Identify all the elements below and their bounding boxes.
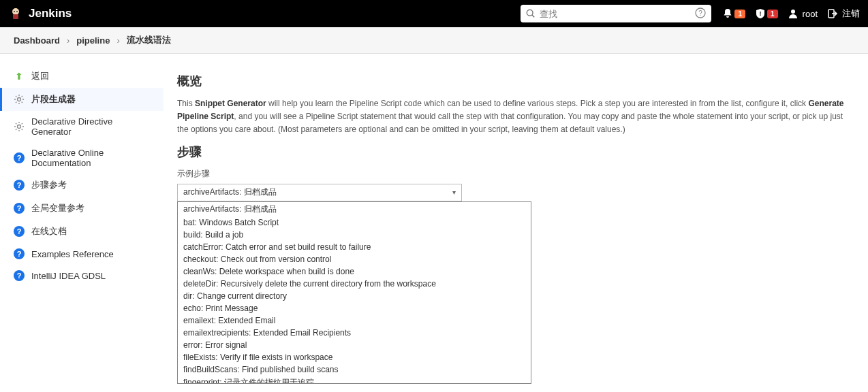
dropdown-option[interactable]: echo: Print Message <box>178 302 531 314</box>
sidebar-item-label: Declarative Directive Generator <box>31 116 150 137</box>
sidebar-item-label: 步骤参考 <box>31 179 67 191</box>
dropdown-option[interactable]: deleteDir: Recursively delete the curren… <box>178 278 531 290</box>
overview-heading: 概览 <box>177 73 849 89</box>
arrow-up-icon: ⬆ <box>14 71 25 82</box>
sample-step-dropdown[interactable]: archiveArtifacts: 归档成品bat: Windows Batch… <box>177 201 531 384</box>
user-icon <box>788 8 799 19</box>
dropdown-option[interactable]: error: Error signal <box>178 339 531 351</box>
svg-point-3 <box>16 11 18 12</box>
dropdown-option[interactable]: catchError: Catch error and set build re… <box>178 241 531 253</box>
logout-label: 注销 <box>842 7 860 20</box>
dropdown-option[interactable]: fingerprint: 记录文件的指纹用于追踪 <box>178 376 531 384</box>
svg-point-0 <box>12 8 19 15</box>
user-menu[interactable]: root <box>788 8 818 19</box>
svg-point-12 <box>18 125 21 129</box>
sidebar-item-2[interactable]: Declarative Directive Generator <box>0 111 164 142</box>
svg-text:?: ? <box>699 10 703 17</box>
dropdown-option[interactable]: cleanWs: Delete workspace when build is … <box>178 265 531 278</box>
help-icon: ? <box>14 180 25 191</box>
chevron-right-icon: › <box>117 35 119 46</box>
breadcrumb-item[interactable]: 流水线语法 <box>127 34 171 46</box>
svg-line-5 <box>533 15 535 17</box>
bell-icon <box>722 8 733 19</box>
topbar: Jenkins ? 1 ! 1 root 注销 <box>0 0 868 27</box>
sidebar-item-4[interactable]: ?步骤参考 <box>0 174 164 197</box>
dropdown-option[interactable]: dir: Change current directory <box>178 290 531 302</box>
sidebar-item-label: 片段生成器 <box>31 93 76 105</box>
help-icon: ? <box>14 203 25 214</box>
search-box[interactable]: ? <box>521 5 711 22</box>
topbar-icons: 1 ! 1 root 注销 <box>722 7 860 20</box>
svg-text:!: ! <box>760 10 762 17</box>
gear-icon <box>14 121 25 132</box>
sidebar-item-label: Declarative Online Documentation <box>31 148 150 168</box>
main-content: 概览 This Snippet Generator will help you … <box>164 54 868 392</box>
svg-point-9 <box>791 10 795 14</box>
dropdown-option[interactable]: emailextrecipients: Extended Email Recip… <box>178 327 531 339</box>
chevron-right-icon: › <box>67 35 69 46</box>
search-input[interactable] <box>540 9 691 19</box>
brand-name: Jenkins <box>29 7 72 20</box>
sidebar-item-6[interactable]: ?在线文档 <box>0 220 164 243</box>
sidebar-item-8[interactable]: ?IntelliJ IDEA GDSL <box>0 265 164 287</box>
sample-step-select[interactable]: archiveArtifacts: 归档成品 ▾ <box>177 184 462 201</box>
dropdown-option[interactable]: bat: Windows Batch Script <box>178 216 531 229</box>
breadcrumb: Dashboard › pipeline › 流水线语法 <box>0 27 868 54</box>
steps-heading: 步骤 <box>177 144 849 160</box>
help-icon[interactable]: ? <box>695 7 706 20</box>
svg-point-4 <box>527 10 533 16</box>
select-value: archiveArtifacts: 归档成品 <box>183 186 277 198</box>
dropdown-option[interactable]: emailext: Extended Email <box>178 314 531 327</box>
svg-point-2 <box>14 11 15 12</box>
breadcrumb-item[interactable]: Dashboard <box>14 35 60 46</box>
breadcrumb-item[interactable]: pipeline <box>76 35 110 46</box>
help-icon: ? <box>14 248 25 259</box>
shield-badge: 1 <box>767 10 778 18</box>
chevron-down-icon: ▾ <box>452 189 456 196</box>
sidebar-item-0[interactable]: ⬆返回 <box>0 65 164 88</box>
search-icon <box>526 9 536 18</box>
gear-icon <box>14 94 25 105</box>
dropdown-option[interactable]: checkout: Check out from version control <box>178 253 531 265</box>
notifications-button[interactable]: 1 <box>722 8 745 19</box>
jenkins-logo-icon <box>8 6 23 21</box>
username-label: root <box>803 9 818 19</box>
sidebar-item-label: Examples Reference <box>31 249 114 259</box>
sidebar-item-label: IntelliJ IDEA GDSL <box>31 271 106 281</box>
sidebar-item-3[interactable]: ?Declarative Online Documentation <box>0 142 164 174</box>
dropdown-option[interactable]: findBuildScans: Find published build sca… <box>178 363 531 376</box>
help-icon: ? <box>14 152 25 163</box>
sidebar: ⬆返回片段生成器Declarative Directive Generator?… <box>0 54 164 392</box>
sample-step-label: 示例步骤 <box>177 168 849 180</box>
bell-badge: 1 <box>734 10 745 18</box>
dropdown-option[interactable]: archiveArtifacts: 归档成品 <box>178 202 531 216</box>
sidebar-item-label: 全局变量参考 <box>31 202 84 214</box>
sidebar-item-label: 在线文档 <box>31 225 67 238</box>
logo-area[interactable]: Jenkins <box>8 6 72 21</box>
sidebar-item-7[interactable]: ?Examples Reference <box>0 243 164 265</box>
sidebar-item-5[interactable]: ?全局变量参考 <box>0 197 164 220</box>
sidebar-item-1[interactable]: 片段生成器 <box>0 88 164 111</box>
logout-icon <box>827 8 838 19</box>
dropdown-option[interactable]: build: Build a job <box>178 229 531 241</box>
svg-point-11 <box>18 98 21 101</box>
overview-text: This Snippet Generator will help you lea… <box>177 97 849 137</box>
logout-button[interactable]: 注销 <box>827 7 860 20</box>
svg-rect-1 <box>13 14 18 19</box>
help-icon: ? <box>14 226 25 237</box>
dropdown-option[interactable]: fileExists: Verify if file exists in wor… <box>178 351 531 363</box>
security-button[interactable]: ! 1 <box>755 8 778 19</box>
shield-icon: ! <box>755 8 766 19</box>
help-icon: ? <box>14 270 25 281</box>
sidebar-item-label: 返回 <box>31 70 49 82</box>
